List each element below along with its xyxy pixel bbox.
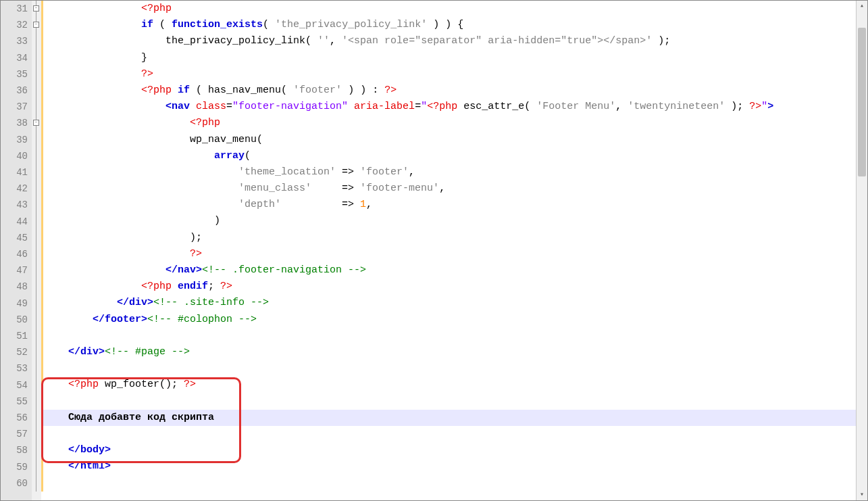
code-token: <!-- .footer-navigation --> xyxy=(202,264,366,276)
code-line[interactable] xyxy=(41,328,856,344)
code-token: 'twentynineteen' xyxy=(628,101,725,112)
scroll-up-arrow[interactable]: ▴ xyxy=(857,1,867,11)
code-line[interactable]: ) xyxy=(41,213,856,229)
code-line[interactable]: <nav class="footer-navigation" aria-labe… xyxy=(41,99,856,115)
fold-column[interactable]: --- xyxy=(32,1,41,500)
code-line[interactable]: ); xyxy=(41,230,856,246)
line-number-gutter[interactable]: 3132333435363738394041424344454647484950… xyxy=(1,1,32,500)
line-number[interactable]: 43 xyxy=(1,197,28,213)
line-number[interactable]: 33 xyxy=(1,33,28,49)
code-line[interactable]: if ( function_exists( 'the_privacy_polic… xyxy=(41,17,856,33)
code-token: ?> xyxy=(184,379,196,390)
line-number[interactable]: 35 xyxy=(1,66,28,82)
line-number[interactable]: 37 xyxy=(1,99,28,115)
code-line[interactable]: <?php if ( has_nav_menu( 'footer' ) ) : … xyxy=(41,82,856,99)
line-number[interactable]: 46 xyxy=(1,246,28,262)
code-token xyxy=(44,248,190,260)
line-number[interactable]: 40 xyxy=(1,148,28,164)
code-line[interactable]: array( xyxy=(41,148,856,164)
code-line[interactable]: } xyxy=(41,50,856,66)
code-token: class xyxy=(196,101,226,112)
line-number[interactable]: 31 xyxy=(1,1,28,17)
code-token: , xyxy=(439,183,445,194)
code-line[interactable]: </div><!-- #page --> xyxy=(41,344,856,360)
code-line[interactable]: the_privacy_policy_link( '', '<span role… xyxy=(41,33,856,49)
code-line[interactable] xyxy=(41,426,856,442)
code-line[interactable]: </footer><!-- #colophon --> xyxy=(41,312,856,328)
code-line[interactable]: </html> xyxy=(41,458,856,475)
code-area[interactable]: <?php if ( function_exists( 'the_privacy… xyxy=(41,1,856,500)
line-number[interactable]: 36 xyxy=(1,82,28,99)
vertical-scrollbar[interactable]: ▴ ▾ xyxy=(856,1,867,500)
line-number[interactable]: 49 xyxy=(1,295,28,312)
code-line[interactable]: wp_nav_menu( xyxy=(41,132,856,148)
code-token xyxy=(44,166,238,178)
fold-toggle-icon[interactable]: - xyxy=(33,22,39,28)
line-number[interactable]: 39 xyxy=(1,132,28,148)
code-token: wp_footer(); xyxy=(99,379,184,390)
fold-toggle-icon[interactable]: - xyxy=(33,5,39,11)
code-line[interactable]: 'depth' => 1, xyxy=(41,197,856,213)
code-token: </div> xyxy=(68,346,105,358)
line-number[interactable]: 54 xyxy=(1,377,28,393)
line-number[interactable]: 58 xyxy=(1,442,28,458)
line-number[interactable]: 60 xyxy=(1,475,28,492)
code-line[interactable]: ?> xyxy=(41,66,856,82)
scroll-thumb[interactable] xyxy=(858,28,866,176)
code-token: <?php xyxy=(141,281,172,292)
line-number[interactable]: 48 xyxy=(1,279,28,295)
code-token: ; xyxy=(208,281,220,292)
line-number[interactable]: 32 xyxy=(1,17,28,33)
code-token: <nav xyxy=(165,101,196,112)
code-token xyxy=(44,314,93,325)
code-token: </footer> xyxy=(93,314,147,325)
code-line[interactable]: ?> xyxy=(41,246,856,262)
code-line[interactable] xyxy=(41,360,856,377)
fold-toggle-icon[interactable]: - xyxy=(33,120,39,126)
code-line[interactable]: <?php wp_footer(); ?> xyxy=(41,377,856,393)
line-number[interactable]: 56 xyxy=(1,410,28,426)
scroll-down-arrow[interactable]: ▾ xyxy=(857,490,867,500)
code-token: ) ) { xyxy=(427,19,463,30)
line-number[interactable]: 34 xyxy=(1,50,28,66)
code-token xyxy=(44,150,214,162)
line-number[interactable]: 38 xyxy=(1,115,28,131)
code-token: = xyxy=(415,101,421,112)
line-number[interactable]: 52 xyxy=(1,344,28,360)
code-line[interactable]: <?php xyxy=(41,1,856,17)
code-line[interactable]: </body> xyxy=(41,442,856,458)
code-line[interactable]: 'theme_location' => 'footer', xyxy=(41,164,856,181)
line-number[interactable]: 53 xyxy=(1,360,28,377)
code-line[interactable]: 'menu_class' => 'footer-menu', xyxy=(41,181,856,197)
code-line[interactable]: <?php xyxy=(41,115,856,131)
code-token: " xyxy=(421,101,427,112)
code-token: <?php xyxy=(141,3,172,14)
line-number[interactable]: 45 xyxy=(1,230,28,246)
code-token: '<span role="separator" aria-hidden="tru… xyxy=(342,35,652,47)
code-token xyxy=(172,281,178,292)
line-number[interactable]: 47 xyxy=(1,262,28,279)
line-number[interactable]: 41 xyxy=(1,164,28,181)
code-token: 1 xyxy=(360,199,366,210)
line-number[interactable]: 55 xyxy=(1,393,28,410)
code-line[interactable] xyxy=(41,475,856,491)
code-editor: 3132333435363738394041424344454647484950… xyxy=(0,0,868,501)
code-line[interactable]: </nav><!-- .footer-navigation --> xyxy=(41,262,856,279)
line-number[interactable]: 50 xyxy=(1,312,28,328)
code-token: ?> xyxy=(220,281,232,292)
line-number[interactable]: 57 xyxy=(1,426,28,442)
line-number[interactable]: 51 xyxy=(1,328,28,344)
code-token xyxy=(44,183,238,194)
line-number[interactable]: 44 xyxy=(1,214,28,230)
code-line[interactable]: Сюда добавте код скрипта xyxy=(41,410,856,426)
code-line[interactable]: </div><!-- .site-info --> xyxy=(41,295,856,311)
code-token: , xyxy=(366,199,372,210)
line-number[interactable]: 59 xyxy=(1,459,28,475)
code-token: endif xyxy=(178,281,208,292)
code-line[interactable] xyxy=(41,393,856,410)
code-line[interactable]: <?php endif; ?> xyxy=(41,279,856,295)
code-token: , xyxy=(409,166,415,178)
line-number[interactable]: 42 xyxy=(1,181,28,197)
code-token xyxy=(44,346,68,358)
code-token: </html> xyxy=(68,460,111,472)
